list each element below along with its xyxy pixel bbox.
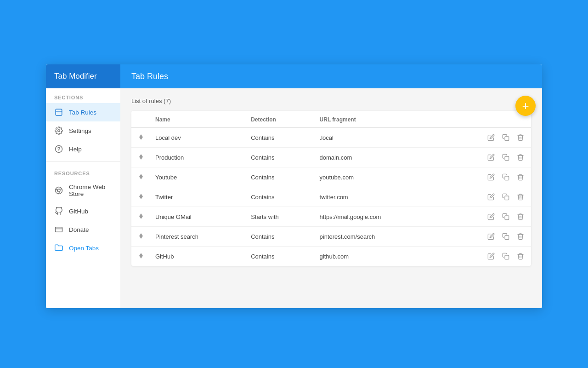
delete-button[interactable] [515, 251, 526, 261]
sort-icon[interactable] [138, 232, 144, 240]
sort-handle[interactable] [131, 227, 150, 247]
fab-label: + [522, 100, 529, 112]
copy-button[interactable] [501, 152, 511, 162]
sidebar-item-help[interactable]: Help [46, 140, 120, 158]
github-icon [54, 207, 63, 216]
edit-button[interactable] [486, 192, 496, 202]
svg-point-1 [58, 130, 60, 132]
svg-rect-16 [505, 156, 509, 161]
tab-rules-icon [54, 108, 63, 117]
delete-button[interactable] [515, 231, 526, 242]
sort-handle[interactable] [131, 187, 150, 207]
sidebar-item-open-tabs[interactable]: Open Tabs [46, 239, 120, 257]
svg-marker-26 [139, 233, 143, 236]
svg-marker-23 [139, 213, 143, 216]
sort-icon[interactable] [138, 173, 144, 180]
copy-button[interactable] [501, 192, 511, 202]
sidebar-item-help-label: Help [69, 146, 82, 153]
rule-actions [442, 187, 531, 207]
main-body: List of rules (7) + Name Detection URL f… [120, 88, 542, 308]
sort-handle[interactable] [131, 207, 150, 227]
edit-button[interactable] [486, 132, 496, 143]
rule-url: .local [314, 128, 442, 148]
svg-marker-11 [139, 134, 143, 137]
sort-handle[interactable] [131, 128, 150, 148]
edit-button[interactable] [486, 231, 496, 242]
rule-url: domain.com [314, 148, 442, 167]
edit-button[interactable] [486, 172, 496, 182]
sort-icon[interactable] [138, 213, 144, 220]
sort-handle[interactable] [131, 247, 150, 266]
sidebar-item-donate-label: Donate [69, 226, 89, 233]
app-container: Tab Modifier Sections Tab Rules Settings [46, 64, 542, 308]
copy-button[interactable] [501, 132, 511, 143]
rule-name: GitHub [150, 247, 245, 266]
table-row: Local dev Contains .local [131, 128, 531, 148]
rules-table: Name Detection URL fragment Local dev C [131, 111, 531, 266]
svg-marker-14 [139, 154, 143, 157]
sidebar-item-github[interactable]: GitHub [46, 202, 120, 220]
col-name: Name [150, 111, 245, 128]
sort-handle[interactable] [131, 148, 150, 167]
delete-button[interactable] [515, 212, 526, 222]
sidebar-item-tab-rules[interactable]: Tab Rules [46, 103, 120, 121]
table-header: Name Detection URL fragment [131, 111, 531, 128]
svg-marker-21 [139, 196, 143, 199]
table-row: Twitter Contains twitter.com [131, 187, 531, 207]
copy-button[interactable] [501, 231, 511, 242]
edit-button[interactable] [486, 212, 496, 222]
sidebar-item-chrome-web-store-label: Chrome Web Store [69, 184, 112, 197]
edit-button[interactable] [486, 152, 496, 162]
svg-rect-25 [505, 216, 509, 220]
svg-marker-20 [139, 194, 143, 196]
rule-name: Production [150, 148, 245, 167]
rule-detection: Starts with [245, 207, 314, 227]
edit-button[interactable] [486, 251, 496, 261]
svg-rect-31 [505, 255, 509, 259]
rule-actions [442, 207, 531, 227]
chrome-icon [54, 186, 63, 195]
delete-button[interactable] [515, 172, 526, 182]
svg-rect-13 [505, 137, 509, 141]
svg-marker-27 [139, 236, 143, 239]
add-rule-button[interactable]: + [515, 96, 536, 116]
svg-marker-30 [139, 256, 143, 259]
copy-button[interactable] [501, 212, 511, 222]
app-title: Tab Modifier [46, 64, 120, 88]
svg-rect-19 [505, 176, 509, 180]
rule-actions [442, 247, 531, 266]
sort-icon[interactable] [138, 133, 144, 141]
sort-icon[interactable] [138, 252, 144, 259]
table-row: Unique GMail Starts with https://mail.go… [131, 207, 531, 227]
sort-handle[interactable] [131, 167, 150, 187]
sidebar-item-donate[interactable]: Donate [46, 220, 120, 239]
delete-button[interactable] [515, 152, 526, 162]
col-detection: Detection [245, 111, 314, 128]
delete-button[interactable] [515, 192, 526, 202]
copy-button[interactable] [501, 172, 511, 182]
col-url: URL fragment [314, 111, 442, 128]
rules-table-container: Name Detection URL fragment Local dev C [131, 111, 531, 266]
svg-rect-28 [505, 236, 509, 240]
resources-label: Resources [46, 164, 120, 179]
sidebar-item-chrome-web-store[interactable]: Chrome Web Store [46, 179, 120, 202]
copy-button[interactable] [501, 251, 511, 261]
rule-name: Youtube [150, 167, 245, 187]
sort-icon[interactable] [138, 153, 144, 161]
rule-url: pinterest.com/search [314, 227, 442, 247]
rule-detection: Contains [245, 227, 314, 247]
svg-rect-0 [56, 109, 62, 115]
sidebar-item-github-label: GitHub [69, 208, 88, 215]
rule-actions [442, 167, 531, 187]
svg-marker-15 [139, 157, 143, 160]
sidebar-item-open-tabs-label: Open Tabs [69, 245, 99, 252]
sort-icon[interactable] [138, 193, 144, 200]
svg-marker-29 [139, 253, 143, 256]
rule-name: Twitter [150, 187, 245, 207]
sidebar-item-settings-label: Settings [69, 127, 91, 134]
sections-label: Sections [46, 88, 120, 103]
page-title: Tab Rules [131, 72, 168, 81]
svg-rect-9 [56, 227, 62, 232]
delete-button[interactable] [515, 132, 526, 143]
sidebar-item-settings[interactable]: Settings [46, 121, 120, 140]
